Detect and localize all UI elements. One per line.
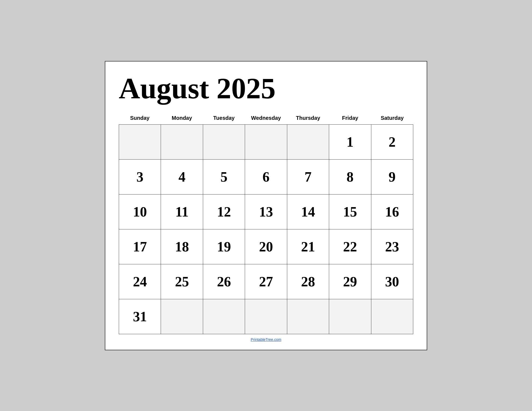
- day-header-saturday: Saturday: [371, 113, 413, 123]
- day-number: 30: [385, 274, 399, 290]
- day-number: 14: [301, 204, 315, 220]
- day-header-tuesday: Tuesday: [203, 113, 245, 123]
- day-number: 26: [217, 274, 231, 290]
- day-cell-14: 14: [287, 194, 329, 229]
- day-cell-28: 28: [287, 264, 329, 299]
- day-number: 15: [343, 204, 357, 220]
- day-cell-8: 8: [329, 160, 371, 194]
- day-number: 31: [133, 309, 147, 325]
- day-cell-4: 4: [161, 160, 203, 194]
- day-cell-18: 18: [161, 229, 203, 264]
- day-cell-16: 16: [371, 194, 413, 229]
- day-cell-10: 10: [119, 194, 161, 229]
- day-cell-19: 19: [203, 229, 245, 264]
- day-cell-25: 25: [161, 264, 203, 299]
- day-cell-22: 22: [329, 229, 371, 264]
- day-cell-27: 27: [245, 264, 287, 299]
- empty-cell: [245, 125, 287, 160]
- day-cell-23: 23: [371, 229, 413, 264]
- empty-cell: [161, 125, 203, 160]
- day-number: 8: [347, 169, 354, 185]
- day-cell-12: 12: [203, 194, 245, 229]
- day-cell-2: 2: [371, 125, 413, 160]
- day-number: 21: [301, 239, 315, 255]
- empty-cell: [119, 125, 161, 160]
- empty-cell: [203, 125, 245, 160]
- empty-cell: [371, 299, 413, 334]
- day-number: 7: [304, 169, 311, 185]
- day-cell-11: 11: [161, 194, 203, 229]
- day-number: 6: [263, 169, 269, 185]
- day-cell-31: 31: [119, 299, 161, 334]
- day-header-friday: Friday: [329, 113, 371, 123]
- day-number: 22: [343, 239, 357, 255]
- day-cell-20: 20: [245, 229, 287, 264]
- empty-cell: [161, 299, 203, 334]
- day-cell-3: 3: [119, 160, 161, 194]
- day-header-sunday: Sunday: [119, 113, 161, 123]
- day-cell-13: 13: [245, 194, 287, 229]
- day-number: 12: [217, 204, 231, 220]
- day-number: 5: [221, 169, 228, 185]
- calendar-title: August 2025: [119, 72, 413, 105]
- day-cell-5: 5: [203, 160, 245, 194]
- day-number: 10: [133, 204, 147, 220]
- day-number: 19: [217, 239, 231, 255]
- day-number: 13: [259, 204, 273, 220]
- day-number: 28: [301, 274, 315, 290]
- day-number: 4: [178, 169, 185, 185]
- empty-cell: [329, 299, 371, 334]
- day-number: 11: [175, 204, 189, 220]
- day-number: 27: [259, 274, 273, 290]
- day-number: 25: [175, 274, 189, 290]
- day-number: 1: [347, 134, 354, 150]
- day-number: 23: [385, 239, 399, 255]
- calendar-grid: 1234567891011121314151617181920212223242…: [119, 124, 413, 334]
- day-number: 3: [136, 169, 143, 185]
- calendar-container: SundayMondayTuesdayWednesdayThursdayFrid…: [119, 113, 413, 334]
- day-cell-26: 26: [203, 264, 245, 299]
- day-cell-29: 29: [329, 264, 371, 299]
- day-cell-21: 21: [287, 229, 329, 264]
- day-cell-6: 6: [245, 160, 287, 194]
- day-cell-15: 15: [329, 194, 371, 229]
- day-number: 9: [389, 169, 396, 185]
- calendar-page: August 2025 SundayMondayTuesdayWednesday…: [105, 61, 427, 350]
- day-number: 20: [259, 239, 273, 255]
- day-number: 29: [343, 274, 357, 290]
- day-header-monday: Monday: [161, 113, 203, 123]
- day-cell-17: 17: [119, 229, 161, 264]
- footer-link[interactable]: PrintableTree.com: [119, 337, 413, 342]
- day-headers: SundayMondayTuesdayWednesdayThursdayFrid…: [119, 113, 413, 123]
- empty-cell: [287, 299, 329, 334]
- empty-cell: [287, 125, 329, 160]
- day-number: 2: [389, 134, 396, 150]
- day-number: 24: [133, 274, 147, 290]
- empty-cell: [245, 299, 287, 334]
- day-cell-1: 1: [329, 125, 371, 160]
- day-number: 18: [175, 239, 189, 255]
- day-header-wednesday: Wednesday: [245, 113, 287, 123]
- day-number: 17: [133, 239, 147, 255]
- empty-cell: [203, 299, 245, 334]
- day-cell-24: 24: [119, 264, 161, 299]
- day-cell-30: 30: [371, 264, 413, 299]
- day-header-thursday: Thursday: [287, 113, 329, 123]
- day-cell-7: 7: [287, 160, 329, 194]
- day-number: 16: [385, 204, 399, 220]
- day-cell-9: 9: [371, 160, 413, 194]
